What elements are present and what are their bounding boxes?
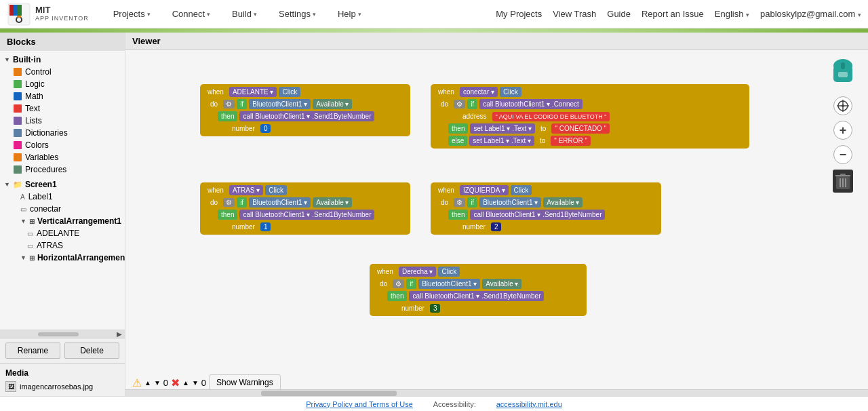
vertical-arrangement-icon: ⊞	[29, 218, 35, 225]
izquierda-gear-icon[interactable]: ⚙	[454, 198, 465, 207]
atras-number-label: number	[229, 222, 258, 232]
conectar-if-label: if	[467, 99, 477, 109]
conectar-btn-label[interactable]: conectar ▾	[460, 87, 498, 97]
block-group-izquierda[interactable]: when IZQUIERDA ▾ Click do ⚙ if Bluetooth…	[431, 182, 661, 235]
nav-report-issue[interactable]: Report an Issue	[642, 9, 704, 19]
atras-gear-icon[interactable]: ⚙	[223, 198, 235, 207]
builtin-section[interactable]: ▼ Built-in	[0, 54, 125, 66]
nav-projects[interactable]: Projects ▾	[109, 6, 155, 22]
block-group-conectar[interactable]: when conectar ▾ Click do ⚙ if call Bluet…	[431, 84, 749, 149]
sidebar-item-dictionaries[interactable]: Dictionaries	[0, 127, 125, 139]
derecha-if-label: if	[406, 279, 416, 289]
nav-connect[interactable]: Connect ▾	[168, 6, 214, 22]
nav-settings[interactable]: Settings ▾	[275, 6, 320, 22]
delete-button[interactable]: Delete	[64, 342, 119, 359]
sidebar-scroll-right-arrow[interactable]: ▶	[117, 330, 122, 338]
atras-click-label: Click	[265, 185, 287, 195]
media-section: Media 🖼 imagencarrosebas.jpg	[0, 363, 125, 396]
rename-button[interactable]: Rename	[5, 342, 60, 359]
sidebar-item-conectar[interactable]: ▭ conectar	[0, 203, 125, 215]
nav-user-email[interactable]: pabloskylpz@gmail.com ▾	[760, 9, 861, 19]
adelante-gear-icon[interactable]: ⚙	[223, 100, 235, 109]
nav-build[interactable]: Build ▾	[228, 6, 261, 22]
izquierda-btn-label[interactable]: IZQUIERDA ▾	[460, 185, 509, 195]
sidebar-item-label1[interactable]: A Label1	[0, 191, 125, 203]
izquierda-number-val[interactable]: 2	[491, 222, 502, 231]
zoom-out-button[interactable]: −	[833, 145, 852, 164]
atras-available: Available ▾	[313, 197, 352, 208]
sidebar-horizontal-scrollbar[interactable]: ▶	[0, 330, 125, 338]
sidebar-item-colors[interactable]: Colors	[0, 139, 125, 151]
derecha-number-val[interactable]: 3	[430, 304, 441, 313]
atras-then-label: then	[218, 210, 237, 220]
sidebar-item-lists[interactable]: Lists	[0, 115, 125, 127]
show-warnings-button[interactable]: Show Warnings	[209, 374, 281, 391]
nav-help[interactable]: Help ▾	[334, 6, 366, 22]
izquierda-call: call BluetoothClient1 ▾ .Send1ByteNumber	[470, 210, 605, 220]
sidebar-item-math[interactable]: Math	[0, 90, 125, 102]
zoom-in-button[interactable]: +	[833, 121, 852, 140]
sidebar-tree[interactable]: ▼ Built-in Control Logic Math Text Li	[0, 51, 125, 330]
dictionaries-color-dot	[14, 129, 22, 137]
sidebar-item-adelante[interactable]: ▭ ADELANTE	[0, 227, 125, 239]
izquierda-number-label: number	[459, 222, 489, 232]
svg-rect-7	[17, 16, 21, 18]
blocks-title: Blocks	[7, 37, 36, 47]
vertical-arrangement-section[interactable]: ▼ ⊞ VerticalArrangement1	[0, 215, 125, 227]
derecha-btn-label[interactable]: Derecha ▾	[399, 267, 437, 277]
canvas-horizontal-scrollbar[interactable]	[125, 389, 868, 396]
crosshair-button[interactable]	[833, 96, 852, 115]
adelante-btn-label[interactable]: ADELANTE ▾	[229, 87, 277, 97]
conectar-gear-icon[interactable]: ⚙	[454, 100, 465, 109]
block-group-derecha[interactable]: when Derecha ▾ Click do ⚙ if BluetoothCl…	[370, 264, 587, 316]
accessibility-link[interactable]: accessibility.mit.edu	[496, 400, 562, 408]
horizontal-arrangement-section[interactable]: ▼ ⊞ HorizontalArrangemen...	[0, 252, 125, 264]
nav-help-arrow: ▾	[358, 11, 361, 18]
privacy-link[interactable]: Privacy Policy and Terms of Use	[306, 400, 413, 408]
warn-up-arrow: ▲	[144, 379, 151, 387]
adelante-available: Available ▾	[313, 99, 352, 109]
block-group-atras[interactable]: when ATRAS ▾ Click do ⚙ if BluetoothClie…	[200, 182, 410, 235]
crosshair-icon	[837, 100, 849, 112]
derecha-number-label: number	[398, 303, 428, 313]
nav-view-trash[interactable]: View Trash	[553, 9, 596, 19]
viewer-area: Viewer when ADELANTE ▾ Click do ⚙ if Blu…	[125, 33, 868, 396]
navbar: MIT APP INVENTOR Projects ▾ Connect ▾ Bu…	[0, 0, 868, 28]
zoom-out-icon: −	[840, 148, 847, 162]
viewer-canvas[interactable]: when ADELANTE ▾ Click do ⚙ if BluetoothC…	[125, 50, 868, 396]
izquierda-then-label: then	[448, 210, 468, 220]
nav-guide[interactable]: Guide	[607, 9, 631, 19]
nav-language[interactable]: English ▾	[715, 9, 749, 19]
izquierda-if-label: if	[467, 197, 477, 208]
media-item-image[interactable]: 🖼 imagencarrosebas.jpg	[5, 380, 119, 393]
screen1-section[interactable]: ▼ 📁 Screen1	[0, 178, 125, 191]
derecha-gear-icon[interactable]: ⚙	[393, 279, 404, 288]
izquierda-do-label: do	[437, 197, 452, 208]
main-layout: Blocks ▼ Built-in Control Logic Math	[0, 33, 868, 396]
nav-my-projects[interactable]: My Projects	[496, 9, 542, 19]
conectar-call-connect: call BluetoothClient1 ▾ .Connect	[479, 99, 583, 109]
media-image-icon: 🖼	[5, 381, 16, 392]
izquierda-bt1: BluetoothClient1 ▾	[479, 197, 541, 208]
horizontal-arrangement-icon: ⊞	[29, 254, 35, 262]
adelante-icon: ▭	[27, 230, 33, 237]
control-color-dot	[14, 68, 22, 76]
adelante-number-val[interactable]: 0	[260, 124, 271, 133]
sidebar-bottom-buttons: Rename Delete	[0, 338, 125, 363]
trash-button[interactable]	[833, 170, 853, 193]
atras-btn-label[interactable]: ATRAS ▾	[229, 185, 263, 195]
sidebar-item-variables[interactable]: Variables	[0, 151, 125, 163]
sidebar-item-atras[interactable]: ▭ ATRAS	[0, 239, 125, 252]
sidebar-item-procedures[interactable]: Procedures	[0, 163, 125, 176]
block-group-adelante[interactable]: when ADELANTE ▾ Click do ⚙ if BluetoothC…	[200, 84, 410, 136]
sidebar-item-control[interactable]: Control	[0, 66, 125, 78]
sidebar-item-text[interactable]: Text	[0, 102, 125, 115]
derecha-call: call BluetoothClient1 ▾ .Send1ByteNumber	[409, 291, 544, 301]
math-color-dot	[14, 92, 22, 100]
atras-do-label: do	[207, 197, 221, 208]
adelante-number-label: number	[229, 123, 258, 134]
colors-color-dot	[14, 141, 22, 149]
atras-number-val[interactable]: 1	[260, 222, 271, 231]
backpack-icon[interactable]	[826, 57, 860, 91]
sidebar-item-logic[interactable]: Logic	[0, 78, 125, 90]
